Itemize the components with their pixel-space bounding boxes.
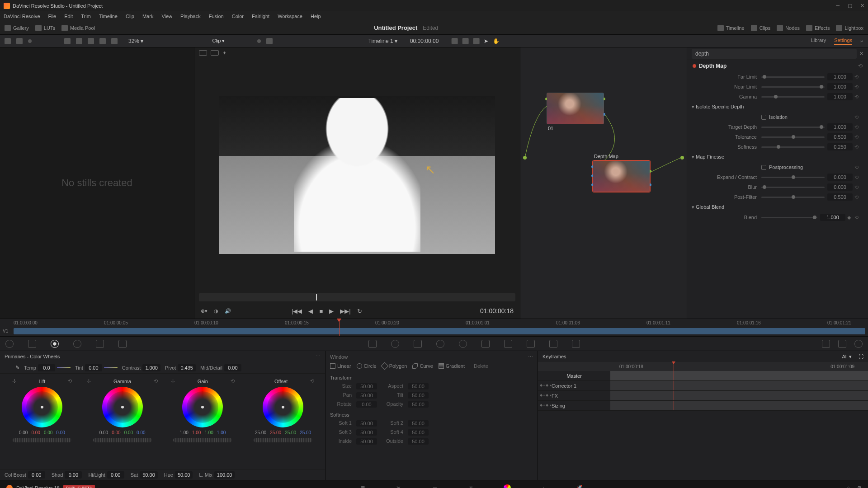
reset-icon[interactable]: ⟲ — [854, 74, 862, 80]
effect-header[interactable]: Depth Map ⟲ — [687, 60, 868, 72]
middetail-value[interactable]: 0.00 — [224, 364, 241, 371]
reset-icon[interactable]: ⟲ — [854, 144, 862, 150]
hue-value[interactable]: 50.00 — [175, 471, 193, 479]
postprocessing-checkbox[interactable] — [761, 165, 766, 170]
menu-playback[interactable]: Playback — [180, 14, 201, 19]
blur-slider[interactable] — [761, 187, 825, 188]
motion-effects-icon[interactable] — [118, 340, 127, 348]
first-frame-button[interactable]: |◀◀ — [292, 308, 302, 314]
info-icon[interactable] — [854, 340, 863, 348]
viewer-canvas[interactable]: ↖ — [194, 58, 520, 291]
window-icon[interactable] — [436, 340, 444, 348]
more-icon[interactable] — [473, 38, 479, 44]
gain-reset-icon[interactable]: ⟲ — [231, 378, 235, 384]
play-button[interactable]: ▶ — [329, 308, 334, 314]
menu-view[interactable]: View — [161, 14, 172, 19]
auto-balance-icon[interactable] — [5, 365, 11, 371]
inside-value[interactable]: 50.00 — [356, 438, 377, 445]
deliver-page-icon[interactable]: 🚀 — [575, 484, 584, 488]
warper-icon[interactable] — [391, 340, 399, 348]
timeline-selector[interactable]: Timeline 1 ▾ — [368, 38, 397, 44]
kf-fx-row[interactable]: ◆ ▪ ◆ ▸FX — [538, 391, 868, 401]
reset-icon[interactable]: ⟲ — [854, 184, 862, 190]
soft4-value[interactable]: 50.00 — [408, 429, 429, 436]
map-finesse-header[interactable]: Map Finesse — [687, 152, 868, 162]
close-button[interactable]: ✕ — [860, 3, 864, 9]
menu-clip[interactable]: Clip — [126, 14, 134, 19]
reset-icon[interactable]: ⟲ — [854, 174, 862, 180]
menu-file[interactable]: File — [48, 14, 57, 19]
gamma-slider[interactable] — [761, 96, 825, 98]
expand-slider[interactable] — [761, 177, 825, 178]
temp-value[interactable]: 0.0 — [38, 364, 55, 371]
reset-icon[interactable]: ⟲ — [854, 94, 862, 100]
bars-mode-icon[interactable] — [296, 353, 302, 360]
bypass-button[interactable]: ⊗▾ — [201, 308, 208, 314]
bypass-icon[interactable] — [451, 38, 458, 44]
reset-icon[interactable]: ⟲ — [854, 134, 862, 140]
rgb-mixer-icon[interactable] — [96, 340, 104, 348]
keyframe-diamond-icon[interactable]: ◆ — [847, 215, 851, 221]
maximize-button[interactable]: ▢ — [848, 3, 852, 9]
playhead[interactable] — [339, 319, 340, 336]
magic-icon[interactable]: ✦ — [222, 50, 226, 56]
home-icon[interactable]: ⌂ — [847, 485, 850, 488]
opacity-value[interactable]: 50.00 — [408, 401, 429, 408]
sizing-icon[interactable] — [549, 340, 557, 348]
near-limit-value[interactable]: 1.000 — [827, 83, 853, 90]
qualifier-icon[interactable] — [414, 340, 422, 348]
camera-raw-icon[interactable] — [5, 340, 14, 348]
target-depth-slider[interactable] — [761, 127, 825, 128]
gallery-toggle[interactable]: Gallery — [5, 25, 29, 31]
settings-tab[interactable]: Settings — [834, 38, 852, 45]
primaries-icon[interactable] — [51, 340, 59, 348]
lift-wheel[interactable] — [22, 387, 62, 427]
gain-wheel[interactable] — [182, 387, 223, 427]
graph-output-port[interactable] — [680, 156, 684, 160]
keyframe-editor-icon[interactable] — [822, 340, 830, 348]
search-settings-icon[interactable]: ⌕ — [860, 38, 863, 45]
offset-jog[interactable] — [254, 438, 312, 442]
tilt-value[interactable]: 50.00 — [408, 392, 429, 399]
nodes-toggle[interactable]: Nodes — [777, 25, 800, 31]
offset-reset-icon[interactable]: ⟲ — [310, 378, 314, 384]
soft3-value[interactable]: 50.00 — [356, 429, 377, 436]
effect-reset-icon[interactable]: ⟲ — [858, 63, 863, 69]
color-match-icon[interactable] — [28, 340, 36, 348]
reset-icon[interactable]: ⟲ — [854, 194, 862, 200]
node-depth-map[interactable]: Depth Map — [593, 160, 650, 192]
target-depth-value[interactable]: 1.000 — [827, 123, 853, 131]
mini-timeline[interactable]: V1 01:00:00:00 01:00:00:05 01:00:00:10 0… — [0, 319, 868, 337]
far-limit-value[interactable]: 1.000 — [827, 73, 853, 80]
gamma-wheel[interactable] — [102, 387, 143, 427]
scopes-icon[interactable] — [838, 340, 846, 348]
magic-mask-icon[interactable] — [481, 340, 490, 348]
cut-page-icon[interactable]: ✂ — [394, 484, 403, 488]
log-mode-icon[interactable] — [306, 353, 312, 360]
gamma-reset-icon[interactable]: ⟲ — [154, 378, 158, 384]
menu-fairlight[interactable]: Fairlight — [252, 14, 269, 19]
mediapool-toggle[interactable]: Media Pool — [61, 25, 95, 31]
tint-value[interactable]: 0.00 — [85, 364, 102, 371]
offset-wheel[interactable] — [263, 387, 303, 427]
viewer-zoom[interactable]: 32% ▾ — [128, 38, 143, 44]
gain-jog[interactable] — [173, 438, 232, 442]
clip-strip[interactable] — [14, 328, 865, 334]
near-limit-slider[interactable] — [761, 86, 825, 88]
aspect-value[interactable]: 50.00 — [408, 383, 429, 389]
kf-sizing-row[interactable]: ◆ ▪ ◆ ▸Sizing — [538, 401, 868, 411]
delete-shape-button[interactable]: Delete — [474, 363, 488, 369]
hdr-wheels-icon[interactable] — [73, 340, 81, 348]
soft2-value[interactable]: 50.00 — [408, 420, 429, 427]
far-limit-slider[interactable] — [761, 76, 825, 78]
colboost-value[interactable]: 0.00 — [28, 471, 45, 479]
kf-master-row[interactable]: Master — [538, 371, 868, 381]
reset-icon[interactable]: ⟲ — [854, 124, 862, 130]
blur-icon[interactable] — [504, 340, 512, 348]
thumbnail-dot-icon[interactable] — [28, 39, 32, 43]
clips-toggle[interactable]: Clips — [751, 25, 770, 31]
timeline-toggle[interactable]: Timeline — [717, 25, 745, 31]
lift-reset-icon[interactable]: ⟲ — [68, 378, 72, 384]
curve-shape-button[interactable]: Curve — [412, 363, 433, 369]
menu-mark[interactable]: Mark — [142, 14, 153, 19]
